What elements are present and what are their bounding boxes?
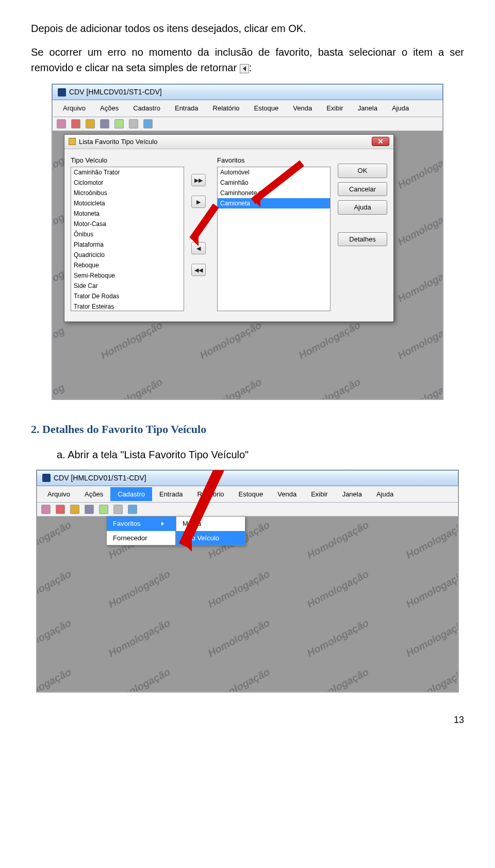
watermark-text: Homologação xyxy=(395,374,442,398)
menu-item-venda[interactable]: Venda xyxy=(286,101,319,116)
watermark-text: Homologação xyxy=(106,664,173,692)
watermark-text: Homologação xyxy=(296,317,364,363)
user-icon[interactable] xyxy=(57,119,66,128)
list-item[interactable]: Automóvel xyxy=(218,167,330,178)
watermark-text: Homologação xyxy=(395,260,442,306)
list-item[interactable]: Ciclomotor xyxy=(71,178,184,188)
menu-item-arquivo[interactable]: Arquivo xyxy=(40,487,77,502)
page-number-text: 13 xyxy=(454,715,464,725)
watermark-text: Homologação xyxy=(97,374,165,398)
window-titlebar-2: CDV [HMLCDV01/ST1-CDV] xyxy=(37,470,458,486)
sub-item-a-text: a. Abrir a tela "Lista Favorito Tipo Veí… xyxy=(57,449,249,460)
menu-item-entrada[interactable]: Entrada xyxy=(168,101,206,116)
doc-paragraph-1: Depois de adicionar todos os itens desej… xyxy=(31,21,464,36)
menu-item-arquivo[interactable]: Arquivo xyxy=(56,101,93,116)
sub-item-a: a. Abrir a tela "Lista Favorito Tipo Veí… xyxy=(57,447,464,462)
user-icon[interactable] xyxy=(41,505,51,514)
copy-icon[interactable] xyxy=(99,505,108,514)
cadastro-dropdown: FavoritosFornecedor xyxy=(106,516,176,545)
list-item[interactable]: Caminhão Trator xyxy=(71,167,184,178)
menu-item-ações[interactable]: Ações xyxy=(93,101,126,116)
close-icon[interactable] xyxy=(372,137,389,146)
wrench-icon[interactable] xyxy=(85,505,94,514)
dialog-title-text: Lista Favorito Tipo Veículo xyxy=(79,137,157,147)
doc-para2-after: : xyxy=(249,62,252,73)
window-title-text-2: CDV [HMLCDV01/ST1-CDV] xyxy=(54,473,146,484)
move-all-left-icon[interactable]: ◀◀ xyxy=(191,264,206,276)
list-item[interactable]: Semi-Reboque xyxy=(71,270,184,281)
list-item[interactable]: Motocicleta xyxy=(71,198,184,208)
menu-item-exibir[interactable]: Exibir xyxy=(304,487,335,502)
move-all-right-icon[interactable]: ▶▶ xyxy=(191,174,206,186)
list-item[interactable]: Ônibus xyxy=(71,229,184,239)
watermark-text: Homologação xyxy=(304,664,371,692)
move-right-icon[interactable]: ▶ xyxy=(191,196,206,208)
list-item[interactable]: Quadriciclo xyxy=(71,250,184,260)
cancel-button[interactable]: Cancelar xyxy=(338,182,387,197)
menubar: ArquivoAçõesCadastroEntradaRelatórioEsto… xyxy=(52,100,443,117)
wrench-icon[interactable] xyxy=(100,119,109,128)
menu-item-estoque[interactable]: Estoque xyxy=(247,101,286,116)
help-button[interactable]: Ajuda xyxy=(338,200,387,215)
ok-button[interactable]: OK xyxy=(338,164,387,178)
list-item[interactable]: Camioneta xyxy=(218,198,330,208)
window-titlebar: CDV [HMLCDV01/ST1-CDV] xyxy=(52,84,443,100)
workspace-2: HomologaçãoHomologaçãoHomologaçãoHomolog… xyxy=(37,517,458,692)
menu-item-venda[interactable]: Venda xyxy=(270,487,304,502)
menu-item-ações[interactable]: Ações xyxy=(77,487,110,502)
person-icon[interactable] xyxy=(143,119,153,128)
watermark-text: Homologação xyxy=(37,615,74,661)
menu-item-relatório[interactable]: Relatório xyxy=(206,101,247,116)
paste-icon[interactable] xyxy=(129,119,138,128)
list-item[interactable]: Motor-Casa xyxy=(71,219,184,229)
watermark-text: Homolog xyxy=(53,379,68,399)
lock-icon[interactable] xyxy=(86,119,95,128)
person-icon[interactable] xyxy=(128,505,137,514)
dropdown-item-favoritos[interactable]: Favoritos xyxy=(107,517,175,531)
watermark-text: Homologação xyxy=(205,566,272,612)
menu-item-entrada[interactable]: Entrada xyxy=(152,487,190,502)
menu-item-estoque[interactable]: Estoque xyxy=(232,487,271,502)
menu-item-cadastro[interactable]: Cadastro xyxy=(110,487,152,502)
toolbar xyxy=(52,117,443,131)
watermark-text: Homologação xyxy=(395,147,442,192)
menu-item-ajuda[interactable]: Ajuda xyxy=(369,487,401,502)
watermark-text: Homologação xyxy=(403,517,458,563)
watermark-text: Homologação xyxy=(37,517,74,563)
tools-icon[interactable] xyxy=(71,119,80,128)
favorito-dialog: Lista Favorito Tipo Veículo Tipo Veículo… xyxy=(64,134,394,322)
list-item[interactable]: Plataforma xyxy=(71,239,184,250)
toolbar-2 xyxy=(37,503,458,517)
list-item[interactable]: Trator De Rodas xyxy=(71,291,184,301)
menu-item-cadastro[interactable]: Cadastro xyxy=(126,101,168,116)
menu-item-janela[interactable]: Janela xyxy=(335,487,369,502)
list-item[interactable]: Trator Esteiras xyxy=(71,301,184,311)
doc-paragraph-2: Se ocorrer um erro no momento da inclusã… xyxy=(31,44,464,75)
app-icon-2 xyxy=(42,474,51,482)
copy-icon[interactable] xyxy=(114,119,124,128)
app-icon xyxy=(58,88,66,97)
details-button[interactable]: Detalhes xyxy=(338,232,387,247)
watermark-text: Homologação xyxy=(403,664,458,692)
menubar-2: ArquivoAçõesCadastroEntradaRelatórioEsto… xyxy=(37,486,458,503)
menu-item-exibir[interactable]: Exibir xyxy=(319,101,351,116)
dropdown-item-fornecedor[interactable]: Fornecedor xyxy=(107,531,175,545)
paste-icon[interactable] xyxy=(113,505,123,514)
watermark-text: Homologação xyxy=(197,374,265,398)
list-item[interactable]: Side Car xyxy=(71,281,184,291)
list-item[interactable]: Reboque xyxy=(71,260,184,270)
menu-item-ajuda[interactable]: Ajuda xyxy=(385,101,416,116)
list-item[interactable]: Microônibus xyxy=(71,188,184,198)
screenshot-2: CDV [HMLCDV01/ST1-CDV] ArquivoAçõesCadas… xyxy=(36,470,459,693)
lock-icon[interactable] xyxy=(70,505,79,514)
watermark-text: Homologação xyxy=(304,566,371,612)
tools-icon[interactable] xyxy=(56,505,65,514)
workspace-1: HomologHomologaçãoHomologaçãoHomologação… xyxy=(52,131,443,399)
menu-item-janela[interactable]: Janela xyxy=(351,101,385,116)
watermark-text: Homologação xyxy=(106,566,173,612)
watermark-text: Homologação xyxy=(403,615,458,661)
tipo-veiculo-listbox[interactable]: Caminhão TratorCiclomotorMicroônibusMoto… xyxy=(71,167,184,311)
list-item[interactable]: Motoneta xyxy=(71,208,184,219)
watermark-text: Homolog xyxy=(53,323,68,357)
watermark-text: Homologação xyxy=(304,517,371,563)
